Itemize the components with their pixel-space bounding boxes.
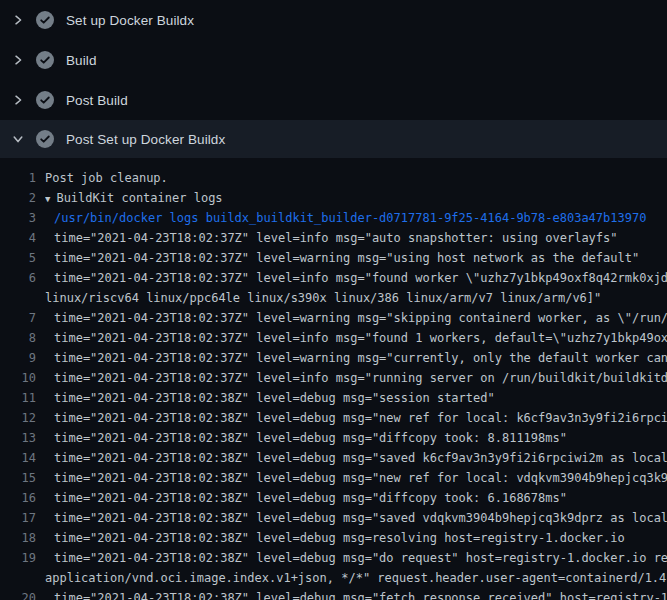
- log-group-toggle-icon[interactable]: ▼: [45, 194, 50, 204]
- line-number-link: [0, 288, 36, 308]
- line-number-link[interactable]: 20: [0, 588, 36, 600]
- log-line: 13time="2021-04-23T18:02:38Z" level=debu…: [0, 428, 667, 448]
- log-line: 6time="2021-04-23T18:02:37Z" level=info …: [0, 268, 667, 288]
- log-line: 1Post job cleanup.: [0, 168, 667, 188]
- line-number-link[interactable]: 19: [0, 548, 36, 568]
- log-text: time="2021-04-23T18:02:38Z" level=debug …: [45, 488, 667, 508]
- log-line: 16time="2021-04-23T18:02:38Z" level=debu…: [0, 488, 667, 508]
- log-line: 8time="2021-04-23T18:02:37Z" level=info …: [0, 328, 667, 348]
- line-number-link[interactable]: 5: [0, 248, 36, 268]
- log-line: 2▼BuildKit container logs: [0, 188, 667, 208]
- step-row-build[interactable]: Build: [0, 40, 667, 80]
- log-line: 7time="2021-04-23T18:02:37Z" level=warni…: [0, 308, 667, 328]
- line-number-link[interactable]: 16: [0, 488, 36, 508]
- workflow-steps: Set up Docker Buildx Build Post Build Po…: [0, 0, 667, 158]
- line-number-link[interactable]: 9: [0, 348, 36, 368]
- log-text: time="2021-04-23T18:02:37Z" level=warnin…: [45, 308, 667, 328]
- log-text: time="2021-04-23T18:02:38Z" level=debug …: [45, 468, 667, 488]
- log-command-text: /usr/bin/docker logs buildx_buildkit_bui…: [45, 208, 667, 228]
- step-row-set-up-docker-buildx[interactable]: Set up Docker Buildx: [0, 0, 667, 40]
- line-number-link[interactable]: 4: [0, 228, 36, 248]
- line-number-link: [0, 568, 36, 588]
- line-number-link[interactable]: 17: [0, 508, 36, 528]
- line-number-link[interactable]: 18: [0, 528, 36, 548]
- log-line: 4time="2021-04-23T18:02:37Z" level=info …: [0, 228, 667, 248]
- log-text: time="2021-04-23T18:02:38Z" level=debug …: [45, 588, 667, 600]
- log-text: Post job cleanup.: [45, 168, 667, 188]
- log-text: time="2021-04-23T18:02:38Z" level=debug …: [45, 388, 667, 408]
- log-text: time="2021-04-23T18:02:38Z" level=debug …: [45, 548, 667, 568]
- log-line: application/vnd.oci.image.index.v1+json,…: [0, 568, 667, 588]
- check-circle-icon: [36, 91, 54, 109]
- line-number-link[interactable]: 12: [0, 408, 36, 428]
- chevron-right-icon: [10, 12, 26, 28]
- log-line: linux/riscv64 linux/ppc64le linux/s390x …: [0, 288, 667, 308]
- line-number-link[interactable]: 6: [0, 268, 36, 288]
- log-text: time="2021-04-23T18:02:38Z" level=debug …: [45, 408, 667, 428]
- log-line: 19time="2021-04-23T18:02:38Z" level=debu…: [0, 548, 667, 568]
- log-line: 18time="2021-04-23T18:02:38Z" level=debu…: [0, 528, 667, 548]
- line-number-link[interactable]: 1: [0, 168, 36, 188]
- check-circle-icon: [36, 130, 54, 148]
- check-circle-icon: [36, 51, 54, 69]
- line-number-link[interactable]: 8: [0, 328, 36, 348]
- line-number-link[interactable]: 11: [0, 388, 36, 408]
- log-line: 10time="2021-04-23T18:02:37Z" level=info…: [0, 368, 667, 388]
- log-line: 17time="2021-04-23T18:02:38Z" level=debu…: [0, 508, 667, 528]
- log-text: application/vnd.oci.image.index.v1+json,…: [45, 568, 667, 588]
- log-text: time="2021-04-23T18:02:37Z" level=warnin…: [45, 248, 667, 268]
- chevron-right-icon: [10, 92, 26, 108]
- step-row-post-build[interactable]: Post Build: [0, 80, 667, 120]
- step-label: Build: [66, 53, 97, 68]
- log-line: 20time="2021-04-23T18:02:38Z" level=debu…: [0, 588, 667, 600]
- log-text: time="2021-04-23T18:02:37Z" level=info m…: [45, 368, 667, 388]
- log-line: 9time="2021-04-23T18:02:37Z" level=warni…: [0, 348, 667, 368]
- log-line: 14time="2021-04-23T18:02:38Z" level=debu…: [0, 448, 667, 468]
- log-line: 12time="2021-04-23T18:02:38Z" level=debu…: [0, 408, 667, 428]
- chevron-right-icon: [10, 52, 26, 68]
- line-number-link[interactable]: 14: [0, 448, 36, 468]
- log-line: 5time="2021-04-23T18:02:37Z" level=warni…: [0, 248, 667, 268]
- step-label: Post Build: [66, 93, 128, 108]
- log-text: time="2021-04-23T18:02:38Z" level=debug …: [45, 428, 667, 448]
- log-line: 11time="2021-04-23T18:02:38Z" level=debu…: [0, 388, 667, 408]
- check-circle-icon: [36, 11, 54, 29]
- step-label: Set up Docker Buildx: [66, 13, 194, 28]
- line-number-link[interactable]: 15: [0, 468, 36, 488]
- log-group-label: BuildKit container logs: [56, 191, 222, 205]
- log-text: time="2021-04-23T18:02:38Z" level=debug …: [45, 448, 667, 468]
- log-text: time="2021-04-23T18:02:37Z" level=info m…: [45, 228, 667, 248]
- line-number-link[interactable]: 2: [0, 188, 36, 208]
- log-text: time="2021-04-23T18:02:38Z" level=debug …: [45, 508, 667, 528]
- step-label: Post Set up Docker Buildx: [66, 132, 225, 147]
- log-text: time="2021-04-23T18:02:37Z" level=warnin…: [45, 348, 667, 368]
- log-text: time="2021-04-23T18:02:38Z" level=debug …: [45, 528, 667, 548]
- log-text: time="2021-04-23T18:02:37Z" level=info m…: [45, 328, 667, 348]
- log-text: linux/riscv64 linux/ppc64le linux/s390x …: [45, 288, 667, 308]
- log-line: 3/usr/bin/docker logs buildx_buildkit_bu…: [0, 208, 667, 228]
- log-viewer: 1Post job cleanup.2▼BuildKit container l…: [0, 158, 667, 600]
- line-number-link[interactable]: 7: [0, 308, 36, 328]
- line-number-link[interactable]: 3: [0, 208, 36, 228]
- log-group-header: ▼BuildKit container logs: [45, 188, 667, 208]
- log-line: 15time="2021-04-23T18:02:38Z" level=debu…: [0, 468, 667, 488]
- step-row-post-set-up-docker-buildx[interactable]: Post Set up Docker Buildx: [0, 120, 667, 158]
- line-number-link[interactable]: 13: [0, 428, 36, 448]
- line-number-link[interactable]: 10: [0, 368, 36, 388]
- chevron-down-icon: [10, 131, 26, 147]
- log-text: time="2021-04-23T18:02:37Z" level=info m…: [45, 268, 667, 288]
